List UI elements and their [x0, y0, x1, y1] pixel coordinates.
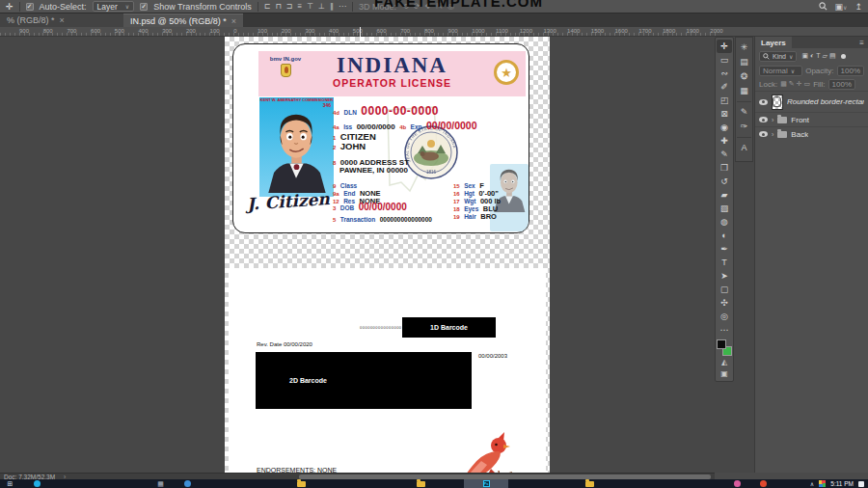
distribute-top-edges-icon[interactable]: ⊤ — [307, 2, 313, 11]
document-tab-active[interactable]: IN.psd @ 50% (RGB/8) * × — [123, 14, 243, 27]
3d-zoom-icon[interactable]: ◎ — [448, 2, 454, 11]
start-button[interactable]: ⊞ — [6, 479, 14, 488]
share-icon[interactable]: ↥ — [854, 2, 862, 12]
folder-icon[interactable] — [585, 481, 594, 487]
hand-tool[interactable]: ✣ — [717, 296, 732, 310]
close-icon[interactable]: × — [60, 15, 65, 25]
search-icon[interactable] — [819, 2, 827, 11]
more-align-options-icon[interactable]: ⋯ — [339, 2, 346, 11]
filter-type-layers-icon[interactable]: T — [816, 52, 820, 60]
expand-chevron-icon[interactable]: › — [772, 117, 773, 123]
brush-tool[interactable]: ✎ — [717, 148, 732, 161]
foreground-color-swatch[interactable] — [717, 339, 726, 349]
workspace-switcher-icon[interactable]: ▣∨ — [835, 2, 848, 12]
layer-group-row[interactable]: › Back — [755, 126, 868, 141]
marquee-tool[interactable]: ▭ — [717, 53, 732, 67]
history-brush-tool[interactable]: ↺ — [717, 175, 732, 188]
filter-pixel-layers-icon[interactable]: ▣ — [801, 52, 808, 60]
pen-tool[interactable]: ✒ — [717, 242, 732, 256]
eyedropper-tool[interactable]: ◉ — [717, 121, 732, 134]
panel-styles-icon[interactable]: ▤ — [737, 54, 751, 68]
layer-thumbnail[interactable] — [772, 95, 783, 110]
healing-brush-tool[interactable]: ✚ — [717, 134, 732, 148]
expand-chevron-icon[interactable]: › — [772, 131, 773, 138]
auto-select-target-dropdown[interactable]: Layer ∨ — [93, 1, 135, 12]
layer-visibility-eye-icon[interactable] — [759, 99, 768, 105]
panel-brushes-icon[interactable]: ✑ — [737, 119, 751, 133]
close-icon[interactable]: × — [231, 16, 236, 26]
lock-image-pixels-icon[interactable]: ✎ — [789, 80, 795, 88]
blend-mode-dropdown[interactable]: Normal ∨ — [759, 66, 802, 76]
lasso-tool[interactable]: ∾ — [717, 67, 732, 80]
tab-layers[interactable]: Layers — [755, 37, 792, 48]
lock-position-icon[interactable]: ✛ — [797, 80, 802, 88]
type-tool[interactable]: T — [717, 256, 732, 269]
layer-row[interactable]: Rounded border-rectangle copy — [755, 91, 868, 112]
panel-adjustments-icon[interactable]: ✳ — [737, 40, 751, 54]
lock-artboard-icon[interactable]: ▭ — [804, 80, 811, 88]
layer-visibility-eye-icon[interactable] — [759, 117, 768, 122]
document-canvas[interactable]: bmv IN.gov INDIANA OPERATOR LICENSE ★ KE… — [225, 37, 550, 473]
move-tool[interactable]: ✛ — [717, 40, 732, 53]
blur-tool[interactable]: ◍ — [717, 215, 732, 229]
lock-transparent-pixels-icon[interactable]: ▩ — [780, 80, 787, 88]
align-right-edges-icon[interactable]: ⊐ — [286, 2, 293, 11]
layer-group-row[interactable]: › Front — [755, 112, 868, 126]
search-icon[interactable] — [34, 480, 41, 487]
folder-icon[interactable] — [297, 481, 306, 487]
dodge-tool[interactable]: ◐ — [717, 229, 732, 242]
distribute-bottom-edges-icon[interactable]: ⊥ — [318, 2, 325, 11]
tray-app-icon[interactable] — [819, 480, 826, 487]
panel-color-icon[interactable]: ❂ — [737, 68, 751, 83]
panel-brush-settings-icon[interactable]: ✎ — [737, 101, 751, 119]
opacity-input[interactable]: 100% — [837, 66, 864, 76]
horizontal-ruler[interactable]: 9008007006005004003002001000100200300400… — [0, 27, 868, 37]
show-transform-checkbox[interactable]: ✓ — [140, 3, 148, 11]
layer-filter-kind-dropdown[interactable]: Kind ∨ — [759, 51, 797, 62]
folder-icon[interactable] — [417, 481, 425, 487]
quick-mask-button[interactable]: ◭ — [717, 356, 732, 367]
edge-browser-icon[interactable] — [184, 480, 191, 487]
eraser-tool[interactable]: ▰ — [717, 188, 732, 202]
screen-mode-button[interactable]: ▣ — [717, 367, 732, 379]
filter-adjustment-layers-icon[interactable]: ◐ — [810, 52, 814, 60]
gradient-tool[interactable]: ▨ — [717, 202, 732, 215]
zoom-tool[interactable]: ◎ — [717, 310, 732, 323]
license-front-card[interactable]: bmv IN.gov INDIANA OPERATOR LICENSE ★ KE… — [232, 43, 529, 233]
auto-select-checkbox[interactable]: ✓ — [26, 3, 34, 11]
move-tool-preset-icon[interactable]: ✛ — [6, 2, 14, 12]
frame-tool[interactable]: ⊠ — [717, 107, 732, 121]
3d-pan-icon[interactable]: ✥ — [425, 2, 432, 11]
photoshop-app-button[interactable]: Ps — [464, 479, 508, 488]
crop-tool[interactable]: ◰ — [717, 94, 732, 107]
path-selection-tool[interactable]: ➤ — [717, 269, 732, 283]
clone-stamp-tool[interactable]: ❐ — [717, 161, 732, 175]
notification-center-icon[interactable] — [858, 481, 864, 487]
panel-menu-icon[interactable]: ≡ — [859, 39, 868, 47]
align-vertical-centers-icon[interactable]: ≡ — [297, 2, 302, 11]
align-left-edges-icon[interactable]: ⊏ — [264, 2, 271, 11]
align-horizontal-centers-icon[interactable]: ⊓ — [276, 2, 282, 11]
license-back-page[interactable]: 0000000000000000 1D Barcode Rev. Date 00… — [229, 268, 546, 473]
app-icon[interactable] — [760, 480, 767, 487]
3d-orbit-icon[interactable]: ⟲ — [402, 2, 409, 11]
printer-icon[interactable]: ▦ — [156, 479, 165, 488]
filter-toggle-icon[interactable] — [841, 54, 846, 59]
distribute-spacing-icon[interactable]: ∥ — [330, 2, 334, 11]
color-swatches[interactable] — [717, 339, 732, 356]
fill-input[interactable]: 100% — [828, 79, 855, 90]
filter-shape-layers-icon[interactable]: ▱ — [823, 52, 827, 60]
edit-toolbar-icon[interactable]: ⋯ — [717, 323, 732, 337]
layer-visibility-eye-icon[interactable] — [759, 131, 768, 137]
app-icon[interactable] — [734, 480, 741, 487]
panel-character-icon[interactable]: A — [737, 137, 751, 154]
canvas-area[interactable]: bmv IN.gov INDIANA OPERATOR LICENSE ★ KE… — [0, 37, 715, 473]
3d-roll-icon[interactable]: ⟳ — [414, 2, 420, 11]
clock[interactable]: 5:11 PM — [830, 480, 854, 487]
document-tab-inactive[interactable]: % (RGB/8) * × — [0, 14, 123, 27]
filter-smart-objects-icon[interactable]: ▤ — [829, 52, 836, 60]
panel-patterns-icon[interactable]: ▦ — [737, 83, 751, 97]
3d-slide-icon[interactable]: ⇱ — [436, 2, 443, 11]
tray-chevron-up-icon[interactable]: ∧ — [810, 480, 814, 487]
quick-selection-tool[interactable]: ✐ — [717, 80, 732, 94]
